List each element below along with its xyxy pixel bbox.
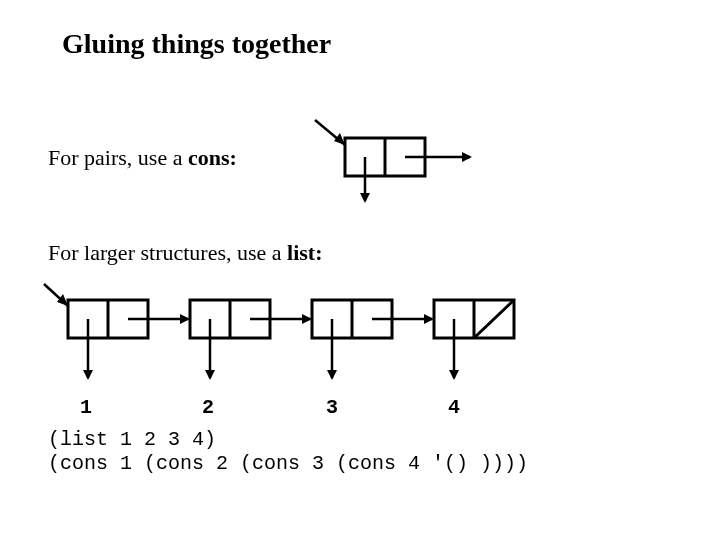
svg-marker-7 (462, 152, 472, 162)
text-list-bold: list: (287, 240, 322, 265)
svg-marker-25 (327, 370, 337, 380)
list-value-1: 1 (80, 396, 92, 419)
text-pairs-line: For pairs, use a cons: (48, 145, 237, 171)
svg-marker-13 (83, 370, 93, 380)
code-cons-expr: (cons 1 (cons 2 (cons 3 (cons 4 '() )))) (48, 452, 528, 475)
svg-line-32 (474, 300, 514, 338)
text-list-prefix: For larger structures, use a (48, 240, 287, 265)
code-list-expr: (list 1 2 3 4) (48, 428, 216, 451)
svg-marker-5 (360, 193, 370, 203)
svg-marker-1 (334, 133, 345, 145)
cons-cell-diagram (310, 115, 480, 205)
text-pairs-prefix: For pairs, use a (48, 145, 188, 170)
text-pairs-bold: cons: (188, 145, 237, 170)
text-list-line: For larger structures, use a list: (48, 240, 323, 266)
list-value-3: 3 (326, 396, 338, 419)
svg-marker-19 (205, 370, 215, 380)
list-value-4: 4 (448, 396, 460, 419)
list-diagram (40, 280, 580, 400)
svg-marker-31 (449, 370, 459, 380)
list-value-2: 2 (202, 396, 214, 419)
page-title: Gluing things together (62, 28, 331, 60)
